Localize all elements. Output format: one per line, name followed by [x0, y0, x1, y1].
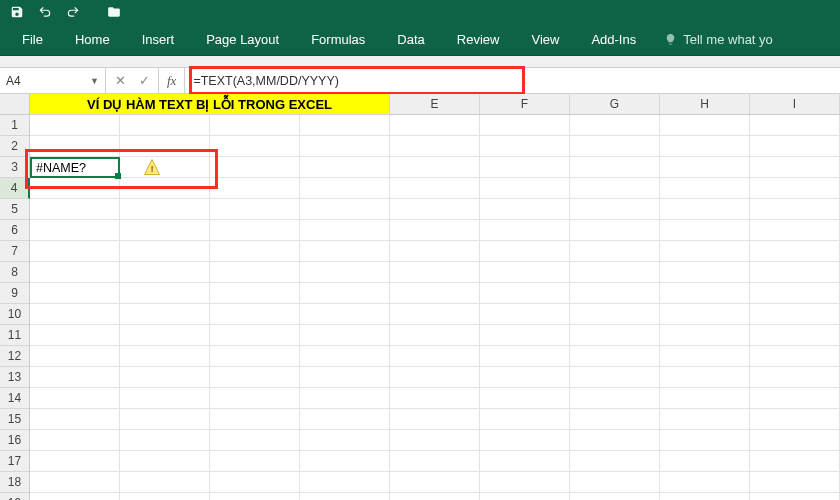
cell[interactable]: [120, 157, 210, 178]
cell[interactable]: [210, 283, 300, 304]
cell[interactable]: [660, 325, 750, 346]
cell[interactable]: [390, 115, 480, 136]
cell[interactable]: [660, 178, 750, 199]
redo-icon[interactable]: [66, 5, 80, 19]
cell[interactable]: [660, 220, 750, 241]
cell[interactable]: [120, 493, 210, 500]
cell[interactable]: [660, 115, 750, 136]
cell[interactable]: [300, 304, 390, 325]
tab-data[interactable]: Data: [383, 26, 438, 53]
row-header[interactable]: 1: [0, 115, 30, 136]
cell[interactable]: [570, 388, 660, 409]
cell[interactable]: [390, 136, 480, 157]
cell[interactable]: [570, 304, 660, 325]
cell[interactable]: [300, 220, 390, 241]
cell[interactable]: [750, 262, 840, 283]
cell[interactable]: [480, 409, 570, 430]
cell[interactable]: [30, 388, 120, 409]
cell[interactable]: [120, 220, 210, 241]
cell[interactable]: [300, 430, 390, 451]
error-indicator-icon[interactable]: !: [143, 158, 161, 176]
cell[interactable]: [120, 199, 210, 220]
tell-me-search[interactable]: Tell me what yo: [654, 26, 783, 53]
row-header[interactable]: 8: [0, 262, 30, 283]
cell[interactable]: [300, 493, 390, 500]
cell[interactable]: [390, 262, 480, 283]
cell[interactable]: [30, 136, 120, 157]
tab-addins[interactable]: Add-Ins: [577, 26, 650, 53]
cell[interactable]: [390, 178, 480, 199]
cell[interactable]: [120, 115, 210, 136]
row-header[interactable]: 17: [0, 451, 30, 472]
cell[interactable]: [570, 346, 660, 367]
cell[interactable]: [30, 304, 120, 325]
cell[interactable]: [210, 304, 300, 325]
cell[interactable]: [300, 409, 390, 430]
cell[interactable]: [120, 451, 210, 472]
cell[interactable]: [480, 115, 570, 136]
cell[interactable]: [300, 199, 390, 220]
cell[interactable]: [30, 241, 120, 262]
col-header-h[interactable]: H: [660, 94, 750, 114]
cell[interactable]: [210, 388, 300, 409]
cell[interactable]: [390, 304, 480, 325]
cell[interactable]: [210, 451, 300, 472]
cell[interactable]: [210, 325, 300, 346]
cell[interactable]: [570, 199, 660, 220]
name-box[interactable]: A4 ▼: [0, 68, 106, 93]
cell[interactable]: [660, 262, 750, 283]
col-header-f[interactable]: F: [480, 94, 570, 114]
col-header-i[interactable]: I: [750, 94, 840, 114]
cell[interactable]: [30, 493, 120, 500]
cell[interactable]: [570, 136, 660, 157]
cell[interactable]: [390, 388, 480, 409]
cell[interactable]: [300, 325, 390, 346]
cell[interactable]: [480, 241, 570, 262]
row-header[interactable]: 5: [0, 199, 30, 220]
cell[interactable]: [30, 472, 120, 493]
cell[interactable]: [750, 472, 840, 493]
cell[interactable]: [30, 283, 120, 304]
cell[interactable]: [570, 451, 660, 472]
cell[interactable]: [300, 157, 390, 178]
cell[interactable]: [210, 430, 300, 451]
tab-insert[interactable]: Insert: [128, 26, 189, 53]
cell[interactable]: [300, 451, 390, 472]
cell[interactable]: [480, 472, 570, 493]
cell[interactable]: [480, 493, 570, 500]
enter-icon[interactable]: ✓: [136, 73, 152, 88]
cell[interactable]: [570, 493, 660, 500]
cell[interactable]: [120, 367, 210, 388]
cell[interactable]: [750, 493, 840, 500]
cell[interactable]: [390, 472, 480, 493]
cell[interactable]: [300, 367, 390, 388]
cell[interactable]: [480, 283, 570, 304]
cell[interactable]: [30, 178, 120, 199]
row-header[interactable]: 9: [0, 283, 30, 304]
row-header[interactable]: 3: [0, 157, 30, 178]
cell[interactable]: [390, 283, 480, 304]
cell[interactable]: [120, 262, 210, 283]
cell[interactable]: [210, 262, 300, 283]
formula-input[interactable]: =TEXT(A3,MM/DD/YYYY): [185, 68, 840, 93]
cell[interactable]: [660, 472, 750, 493]
cell[interactable]: [390, 346, 480, 367]
cell[interactable]: [390, 367, 480, 388]
tab-file[interactable]: File: [8, 26, 57, 53]
cell[interactable]: [660, 157, 750, 178]
cell[interactable]: [30, 430, 120, 451]
cell[interactable]: [480, 388, 570, 409]
cell[interactable]: [750, 178, 840, 199]
cell[interactable]: [750, 388, 840, 409]
tab-home[interactable]: Home: [61, 26, 124, 53]
cell[interactable]: [120, 346, 210, 367]
cell[interactable]: [660, 199, 750, 220]
cell[interactable]: [390, 241, 480, 262]
cell[interactable]: [480, 451, 570, 472]
cell[interactable]: [660, 493, 750, 500]
cell[interactable]: [750, 157, 840, 178]
cell[interactable]: [210, 367, 300, 388]
cell[interactable]: [210, 493, 300, 500]
cell[interactable]: [210, 241, 300, 262]
cell[interactable]: [120, 409, 210, 430]
